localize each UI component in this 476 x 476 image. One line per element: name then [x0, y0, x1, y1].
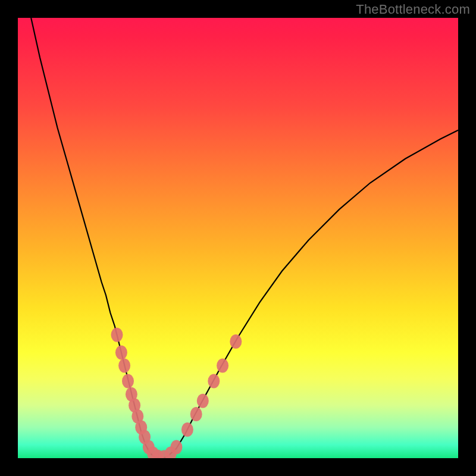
data-marker [230, 334, 242, 349]
data-marker [115, 345, 127, 359]
plot-area [18, 18, 458, 458]
data-markers [111, 328, 242, 458]
data-marker [122, 374, 134, 389]
data-marker [181, 422, 193, 437]
watermark-text: TheBottleneck.com [356, 2, 470, 17]
data-marker [111, 328, 123, 342]
data-marker [190, 407, 202, 421]
data-marker [208, 374, 220, 389]
data-marker [217, 359, 228, 373]
chart-frame: TheBottleneck.com [0, 0, 476, 476]
bottleneck-curve [31, 18, 458, 458]
data-marker [118, 359, 130, 373]
data-marker [197, 394, 209, 408]
data-marker [170, 440, 182, 455]
curve-layer [18, 18, 458, 458]
